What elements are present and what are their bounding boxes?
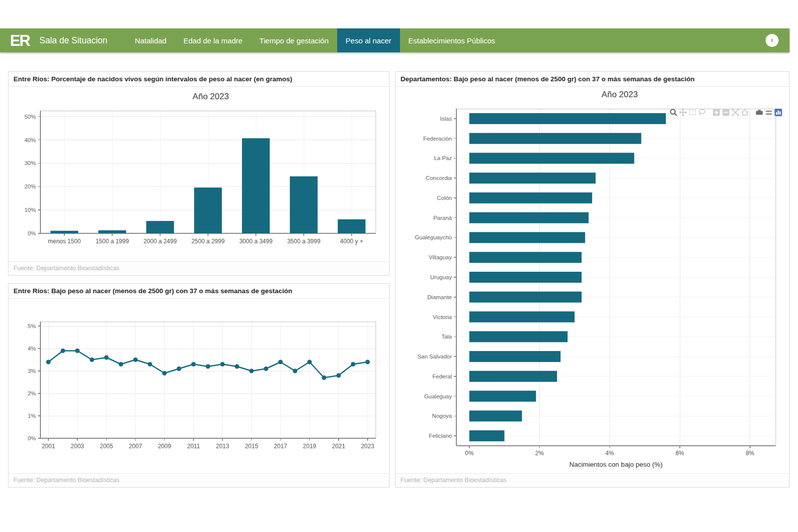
svg-text:Paraná: Paraná [433,215,452,221]
zoom-icon[interactable] [669,108,678,117]
svg-text:2000 a 2499: 2000 a 2499 [144,238,177,245]
svg-text:50%: 50% [24,114,36,120]
svg-text:Federal: Federal [432,373,452,379]
panel-body: 0%1%2%3%4%5%2001200320052007200920112013… [8,314,389,456]
svg-text:Feliciano: Feliciano [429,433,452,439]
nav-items: Natalidad Edad de la madre Tiempo de ges… [126,28,504,52]
lasso-select-icon[interactable] [697,108,707,117]
svg-text:30%: 30% [24,160,36,166]
svg-text:6%: 6% [675,450,684,457]
nav-item-establecimientos[interactable]: Establecimientos Públicos [400,28,504,52]
svg-text:2007: 2007 [129,443,142,450]
toggle-lines-icon[interactable] [764,108,774,117]
svg-text:2013: 2013 [216,443,229,450]
svg-text:1500 a 1999: 1500 a 1999 [96,238,129,245]
svg-text:3%: 3% [27,368,36,374]
svg-text:Villaguay: Villaguay [429,254,452,260]
top-navbar: ER Sala de Situacion Natalidad Edad de l… [0,28,790,52]
chevron-left-icon: ‹ [771,36,773,44]
app-title: Sala de Situacion [39,35,107,46]
svg-text:La Paz: La Paz [434,155,452,161]
panel-lowweight-trend: Entre Ríos: Bajo peso al nacer (menos de… [8,283,390,488]
panel-body: Año 2023 [396,90,789,473]
hbar-chart-canvas[interactable]: IslasFederaciónLa PazConcordiaColónParan… [399,103,788,473]
svg-text:menos 1500: menos 1500 [48,238,81,245]
panel-title: Entre Ríos: Porcentaje de nacidos vivos … [8,72,389,87]
svg-text:2003: 2003 [71,443,84,450]
svg-text:Tala: Tala [441,334,452,340]
svg-text:Concordia: Concordia [426,175,452,181]
pan-icon[interactable] [678,108,688,117]
chart-title-year: Año 2023 [8,92,389,105]
svg-text:2009: 2009 [158,443,171,450]
svg-text:3500 a 3999: 3500 a 3999 [287,238,321,245]
bar-chart-canvas[interactable]: 0%10%20%30%40%50%menos 15001500 a 199920… [12,105,384,254]
plotly-modebar [669,108,783,117]
reset-axes-home-icon[interactable] [740,108,750,117]
svg-text:4%: 4% [27,346,36,352]
svg-text:San Salvador: San Salvador [417,354,452,359]
nav-item-peso-al-nacer[interactable]: Peso al nacer [337,28,400,52]
svg-text:2011: 2011 [187,443,200,450]
svg-text:2023: 2023 [361,443,375,450]
svg-text:40%: 40% [24,137,36,143]
svg-text:20%: 20% [24,183,36,189]
autoscale-icon[interactable] [731,108,740,117]
svg-text:2%: 2% [535,450,544,457]
source-note: Fuente: Departamento Bioestadísticas [8,261,389,275]
svg-text:Diamante: Diamante [427,294,452,300]
svg-text:3000 a 3499: 3000 a 3499 [239,238,273,245]
svg-text:0%: 0% [27,435,36,441]
source-note: Fuente: Departamento Bioestadísticas [396,473,789,487]
panel-body: Año 2023 0%10%20%30%40%50%menos 15001500… [8,92,389,254]
source-note: Fuente: Departamento Bioestadísticas [8,473,389,487]
svg-text:2500 a 2999: 2500 a 2999 [192,238,225,245]
svg-text:Islas: Islas [440,116,452,122]
er-logo: ER [10,33,29,48]
zoom-in-icon[interactable] [712,108,721,117]
svg-text:10%: 10% [24,207,36,213]
svg-text:Uruguay: Uruguay [430,274,452,280]
plotly-logo-icon[interactable] [774,108,783,117]
svg-text:Gualeguay: Gualeguay [424,393,452,399]
svg-text:2017: 2017 [274,443,287,450]
nav-item-natalidad[interactable]: Natalidad [126,28,175,52]
collapse-button[interactable]: ‹ [766,34,779,47]
svg-text:0%: 0% [27,230,36,236]
svg-text:Federación: Federación [423,136,452,142]
svg-text:4%: 4% [605,450,614,457]
nav-item-tiempo-gestacion[interactable]: Tiempo de gestación [251,28,337,52]
svg-text:4000 y +: 4000 y + [340,238,363,245]
svg-text:Victoria: Victoria [433,314,452,320]
panel-title: Departamentos: Bajo peso al nacer (menos… [396,72,789,87]
nav-item-edad-madre[interactable]: Edad de la madre [175,28,251,52]
chart-title-year: Año 2023 [396,90,789,102]
svg-text:2019: 2019 [303,443,316,450]
svg-text:Nogoya: Nogoya [432,413,452,419]
svg-text:2021: 2021 [332,443,345,450]
svg-text:Colón: Colón [437,195,452,201]
panel-weight-intervals: Entre Ríos: Porcentaje de nacidos vivos … [8,71,390,276]
svg-text:5%: 5% [27,323,36,329]
svg-text:0%: 0% [465,450,474,457]
svg-text:8%: 8% [746,450,755,457]
box-select-icon[interactable] [688,108,697,117]
camera-icon[interactable] [755,108,764,117]
line-chart-canvas[interactable]: 0%1%2%3%4%5%2001200320052007200920112013… [12,314,384,456]
svg-text:2%: 2% [27,390,36,396]
zoom-out-icon[interactable] [721,108,731,117]
svg-text:Nacimientos con bajo peso (%): Nacimientos con bajo peso (%) [570,461,663,468]
svg-text:Gualeguaychú: Gualeguaychú [415,234,452,240]
svg-text:2015: 2015 [245,443,258,450]
svg-text:2005: 2005 [100,443,113,450]
brand: ER Sala de Situacion [0,28,107,52]
panel-departments: Departamentos: Bajo peso al nacer (menos… [395,71,790,488]
svg-text:1%: 1% [27,413,36,419]
panel-title: Entre Ríos: Bajo peso al nacer (menos de… [8,284,389,299]
svg-text:2001: 2001 [42,443,55,450]
